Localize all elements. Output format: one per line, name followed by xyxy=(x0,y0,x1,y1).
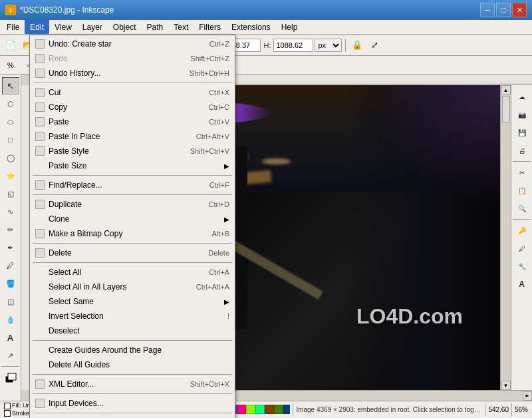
menu-entry-shortcut: Shift+Ctrl+H xyxy=(176,69,229,77)
palette-color[interactable] xyxy=(274,405,283,414)
new-button[interactable]: 📄 xyxy=(3,37,19,53)
menu-entry[interactable]: Preferences...Shift+Ctrl+P xyxy=(30,415,235,418)
rt-print-button[interactable]: 🖨 xyxy=(513,142,531,159)
menu-entry-label: Deselect xyxy=(49,326,229,335)
palette-color[interactable] xyxy=(255,405,265,414)
palette-color[interactable] xyxy=(246,405,255,414)
dropper-tool[interactable]: 💧 xyxy=(2,311,19,328)
palette-color[interactable] xyxy=(237,405,246,414)
transform-button[interactable]: ⤢ xyxy=(366,37,382,53)
maximize-button[interactable]: □ xyxy=(496,3,511,17)
h-input[interactable] xyxy=(273,39,313,52)
select-tool[interactable]: ↖ xyxy=(2,77,19,95)
star-tool[interactable]: ⭐ xyxy=(2,167,19,184)
menu-object[interactable]: Object xyxy=(108,20,142,34)
scroll-track xyxy=(501,95,511,381)
ceiling-light-3 xyxy=(262,158,291,164)
menu-entry[interactable]: CopyCtrl+C xyxy=(30,100,235,114)
left-toolbar-sep xyxy=(1,366,20,367)
menu-extensions[interactable]: Extensions xyxy=(226,20,276,34)
rt-settings-button[interactable]: 🔧 xyxy=(513,258,531,275)
menu-entry[interactable]: DeleteDelete xyxy=(30,246,235,260)
rt-text-button[interactable]: A xyxy=(513,276,531,293)
menu-separator xyxy=(33,194,232,195)
menu-entry[interactable]: Select All in All LayersCtrl+Alt+A xyxy=(30,280,235,294)
rt-key-button[interactable]: 🔑 xyxy=(513,222,531,239)
calligraphy-tool[interactable]: 🖊 xyxy=(2,257,19,274)
close-button[interactable]: ✕ xyxy=(512,3,527,17)
menu-entry[interactable]: Make a Bitmap CopyAlt+B xyxy=(30,226,235,241)
menu-entry[interactable]: Undo History...Shift+Ctrl+H xyxy=(30,66,235,81)
rt-zoom-button[interactable]: 🔍 xyxy=(513,200,531,217)
rect-tool[interactable]: □ xyxy=(2,131,19,148)
menu-entry[interactable]: DuplicateCtrl+D xyxy=(30,197,235,212)
menu-entry[interactable]: Clone▶ xyxy=(30,212,235,226)
3d-box-tool[interactable]: ◱ xyxy=(2,185,19,202)
palette-color[interactable] xyxy=(265,405,274,414)
vertical-scrollbar[interactable]: ▲ ▼ xyxy=(500,85,511,390)
rt-view-button[interactable]: ☁ xyxy=(513,88,531,105)
menu-entry[interactable]: Select Same▶ xyxy=(30,294,235,309)
left-toolbar: ↖ ⬡ ⬭ □ ◯ ⭐ ◱ ∿ ✏ ✒ 🖊 🪣 ◫ 💧 A ↗ xyxy=(0,75,21,401)
menu-entry[interactable]: CutCtrl+X xyxy=(30,85,235,100)
rt-pen-button[interactable]: 🖊 xyxy=(513,240,531,257)
pencil-tool[interactable]: ✏ xyxy=(2,221,19,238)
menu-file[interactable]: File xyxy=(1,20,25,34)
connector-tool[interactable]: ↗ xyxy=(2,347,19,364)
rt-camera-button[interactable]: 📷 xyxy=(513,106,531,123)
menu-entry-shortcut: Alt+B xyxy=(198,230,229,238)
menu-entry[interactable]: Deselect xyxy=(30,323,235,338)
menu-entry[interactable]: Find/Replace...Ctrl+F xyxy=(30,178,235,192)
menu-entry[interactable]: Paste In PlaceCtrl+Alt+V xyxy=(30,129,235,144)
scroll-thumb[interactable] xyxy=(502,96,510,122)
scroll-down-button[interactable]: ▼ xyxy=(501,381,511,390)
menu-help[interactable]: Help xyxy=(276,20,303,34)
zoom-tool[interactable]: ⬭ xyxy=(2,113,19,130)
statusbar-sep-5 xyxy=(485,403,485,417)
menu-view[interactable]: View xyxy=(49,20,77,34)
node-tool[interactable]: ⬡ xyxy=(2,95,19,112)
lock-aspect-button[interactable]: 🔒 xyxy=(349,37,365,53)
coords-display: 542.60 xyxy=(488,406,509,413)
menu-entry-shortcut: Ctrl+D xyxy=(196,200,229,208)
scroll-up-button[interactable]: ▲ xyxy=(501,85,511,95)
rt-cut-button[interactable]: ✂ xyxy=(513,164,531,181)
menu-entry[interactable]: Create Guides Around the Page xyxy=(30,343,235,357)
menu-entry-shortcut: Delete xyxy=(195,249,229,257)
menu-entry-label: Select All in All Layers xyxy=(49,282,183,292)
menu-layer[interactable]: Layer xyxy=(77,20,108,34)
bucket-tool[interactable]: 🪣 xyxy=(2,275,19,292)
text-tool[interactable]: A xyxy=(2,329,19,346)
fill-stroke-button[interactable] xyxy=(2,369,19,386)
menu-text[interactable]: Text xyxy=(168,20,194,34)
menu-entry-shortcut: Shift+Ctrl+Z xyxy=(177,55,229,63)
minimize-button[interactable]: ─ xyxy=(480,3,495,17)
menu-entry[interactable]: Paste Size▶ xyxy=(30,158,235,173)
h-label: H: xyxy=(263,41,271,49)
unit-select[interactable]: px mm cm in xyxy=(315,39,342,52)
menu-edit[interactable]: Edit xyxy=(25,20,49,34)
menu-entry[interactable]: Delete All Guides xyxy=(30,357,235,372)
menu-entry-label: Redo xyxy=(49,54,177,63)
menu-filters[interactable]: Filters xyxy=(194,20,226,34)
palette-color[interactable] xyxy=(283,405,291,414)
menu-entry[interactable]: PasteCtrl+V xyxy=(30,114,235,129)
menu-entry[interactable]: Invert Selection! xyxy=(30,309,235,323)
menu-entry[interactable]: Undo: Create starCtrl+Z xyxy=(30,37,235,51)
menu-entry[interactable]: Paste StyleShift+Ctrl+V xyxy=(30,144,235,158)
rt-save-button[interactable]: 💾 xyxy=(513,124,531,141)
snap-toggle[interactable]: % xyxy=(3,57,19,73)
gradient-tool[interactable]: ◫ xyxy=(2,293,19,310)
menu-entry[interactable]: Input Devices... xyxy=(30,396,235,411)
menu-entry-label: Paste Style xyxy=(49,146,177,156)
rt-copy-button[interactable]: 📋 xyxy=(513,182,531,199)
menu-entry[interactable]: Select AllCtrl+A xyxy=(30,265,235,280)
pen-tool[interactable]: ✒ xyxy=(2,239,19,256)
svg-text:I: I xyxy=(10,7,12,14)
spiral-tool[interactable]: ∿ xyxy=(2,203,19,220)
scroll-right-button[interactable]: ► xyxy=(523,391,532,401)
menu-entry[interactable]: XML Editor...Shift+Ctrl+X xyxy=(30,377,235,391)
menu-path[interactable]: Path xyxy=(142,20,169,34)
titlebar: I *DSC08320.jpg - Inkscape ─ □ ✕ xyxy=(0,0,532,20)
ellipse-tool[interactable]: ◯ xyxy=(2,149,19,166)
